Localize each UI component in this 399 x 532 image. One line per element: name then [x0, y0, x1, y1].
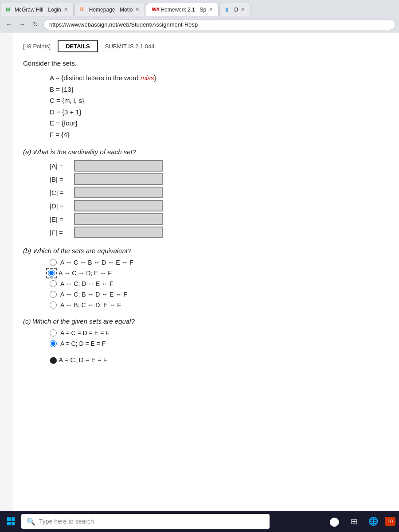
- card-label-F: |F| =: [50, 229, 74, 236]
- points-label: [-/8 Points]: [23, 43, 51, 50]
- taskbar-browser-icon[interactable]: 🌐: [365, 513, 381, 529]
- windows-start-button[interactable]: [4, 514, 19, 529]
- submit-label: SUBMIT IS 2.1.044.: [105, 43, 156, 50]
- tab-label-homework: Homework 2.1 - Sp: [160, 7, 206, 13]
- radio-b2-input[interactable]: [48, 270, 55, 277]
- radio-b3[interactable]: A ↔ C; D ↔ E ↔ F: [50, 280, 388, 287]
- radio-c1-input[interactable]: [50, 329, 57, 336]
- taskbar-right: ⬤ ⊞ 🌐 10: [326, 513, 395, 529]
- card-label-C: |C| =: [50, 189, 74, 196]
- set-A: A = {distinct letters in the word miss}: [50, 72, 388, 84]
- taskbar-windows-circle[interactable]: ⬤: [326, 513, 342, 529]
- tab-close-mcgraw[interactable]: ✕: [64, 7, 68, 12]
- main-content: [-/8 Points] DETAILS SUBMIT IS 2.1.044. …: [12, 33, 399, 511]
- part-b-question: (b) Which of the sets are equivalent?: [23, 247, 388, 254]
- set-F: F = {4}: [50, 129, 388, 141]
- tab-close-homepage[interactable]: ✕: [135, 7, 139, 12]
- tab-label-b: D: [234, 7, 238, 13]
- card-label-E: |E| =: [50, 215, 74, 223]
- card-row-A: |A| =: [50, 160, 388, 172]
- taskbar-notification-badge[interactable]: 10: [385, 517, 395, 526]
- tab-favicon-homework: WA: [152, 7, 158, 13]
- set-B: B = {13}: [50, 84, 388, 95]
- tab-b[interactable]: b D ✕: [219, 3, 250, 16]
- card-label-A: |A| =: [50, 162, 74, 170]
- radio-b3-label: A ↔ C; D ↔ E ↔ F: [60, 280, 113, 287]
- taskbar-search-placeholder: Type here to search: [39, 518, 94, 525]
- tab-bar: M McGraw Hill - Login ✕ B Homepage - Mot…: [0, 0, 399, 16]
- address-bar[interactable]: https://www.webassign.net/web/Student/As…: [43, 19, 395, 30]
- radio-b1-label: A ↔ C ↔ B ↔ D ↔ E ↔ F: [60, 259, 133, 266]
- tab-favicon-b: b: [225, 7, 231, 13]
- radio-b4-label: A ↔ C; B ↔ D ↔ E ↔ F: [60, 291, 127, 298]
- tab-favicon-homepage: B: [80, 7, 86, 13]
- details-button[interactable]: DETAILS: [58, 40, 98, 52]
- browser-chrome: M McGraw Hill - Login ✕ B Homepage - Mot…: [0, 0, 399, 33]
- search-icon: 🔍: [27, 517, 35, 526]
- sets-list: A = {distinct letters in the word miss} …: [50, 72, 388, 140]
- card-input-A[interactable]: [74, 160, 163, 172]
- radio-c1[interactable]: A = C = D = E = F: [50, 329, 388, 336]
- part-b-options: A ↔ C ↔ B ↔ D ↔ E ↔ F A ↔ C ↔ D; E ↔ F A…: [23, 259, 388, 309]
- radio-b4[interactable]: A ↔ C; B ↔ D ↔ E ↔ F: [50, 291, 388, 298]
- card-input-C[interactable]: [74, 187, 163, 198]
- part-a-question: (a) What is the cardinality of each set?: [23, 148, 388, 156]
- radio-b1[interactable]: A ↔ C ↔ B ↔ D ↔ E ↔ F: [50, 259, 388, 266]
- taskbar: 🔍 Type here to search ⬤ ⊞ 🌐 10: [0, 511, 399, 532]
- tab-label-mcgraw: McGraw Hill - Login: [15, 7, 61, 13]
- radio-b3-input[interactable]: [50, 280, 57, 287]
- radio-b2-label: A ↔ C ↔ D; E ↔ F: [59, 270, 112, 277]
- consider-text: Consider the sets.: [23, 59, 388, 67]
- card-row-B: |B| =: [50, 173, 388, 185]
- tab-close-homework[interactable]: ✕: [209, 7, 213, 12]
- tab-homework[interactable]: WA Homework 2.1 - Sp ✕: [146, 3, 219, 16]
- set-E: E = {four}: [50, 117, 388, 129]
- card-row-E: |E| =: [50, 213, 388, 225]
- card-row-D: |D| =: [50, 200, 388, 211]
- radio-c2[interactable]: A = C; D = E = F: [50, 340, 388, 347]
- page-content: [-/8 Points] DETAILS SUBMIT IS 2.1.044. …: [0, 33, 399, 511]
- cutoff-text: ⬤ A = C; D = E = F: [50, 356, 107, 364]
- radio-b5-input[interactable]: [50, 301, 57, 309]
- card-input-E[interactable]: [74, 213, 163, 225]
- notification-count: 10: [387, 519, 393, 524]
- set-D: D = {3 + 1}: [50, 106, 388, 118]
- back-button[interactable]: ←: [4, 19, 14, 30]
- taskbar-search-box[interactable]: 🔍 Type here to search: [21, 514, 270, 529]
- forward-button[interactable]: →: [17, 19, 27, 30]
- radio-c2-label: A = C; D = E = F: [60, 340, 106, 347]
- radio-b5-label: A ↔ B; C ↔ D; E ↔ F: [60, 301, 121, 309]
- radio-b1-input[interactable]: [50, 259, 57, 266]
- part-c-options: A = C = D = E = F A = C; D = E = F: [23, 329, 388, 347]
- card-input-F[interactable]: [74, 227, 163, 238]
- radio-c2-input[interactable]: [50, 340, 57, 347]
- top-nav: [-/8 Points] DETAILS SUBMIT IS 2.1.044.: [23, 40, 388, 52]
- card-row-F: |F| =: [50, 227, 388, 238]
- tab-favicon-mcgraw: M: [6, 7, 12, 13]
- cardinality-table: |A| = |B| = |C| = |D| = |E| = |F| =: [50, 160, 388, 238]
- taskbar-grid-icon[interactable]: ⊞: [346, 513, 362, 529]
- radio-c1-label: A = C = D = E = F: [60, 329, 110, 336]
- card-input-B[interactable]: [74, 173, 163, 185]
- set-A-italic: miss: [141, 74, 154, 82]
- card-row-C: |C| =: [50, 187, 388, 198]
- windows-logo: [7, 517, 15, 525]
- cutoff-row: ⬤ A = C; D = E = F: [50, 356, 388, 364]
- radio-b5[interactable]: A ↔ B; C ↔ D; E ↔ F: [50, 301, 388, 309]
- radio-b2[interactable]: A ↔ C ↔ D; E ↔ F: [48, 270, 388, 277]
- left-sidebar: [0, 33, 12, 511]
- tab-close-b[interactable]: ✕: [241, 7, 245, 12]
- card-label-B: |B| =: [50, 176, 74, 183]
- address-bar-row: ← → ↻ https://www.webassign.net/web/Stud…: [0, 16, 399, 33]
- radio-b4-input[interactable]: [50, 291, 57, 298]
- tab-mcgraw[interactable]: M McGraw Hill - Login ✕: [0, 3, 74, 16]
- part-c-question: (c) Which of the given sets are equal?: [23, 317, 388, 325]
- refresh-button[interactable]: ↻: [30, 19, 41, 30]
- set-C: C = {m, i, s}: [50, 95, 388, 106]
- tab-label-homepage: Homepage - Motlo: [89, 7, 133, 13]
- card-label-D: |D| =: [50, 202, 74, 210]
- card-input-D[interactable]: [74, 200, 163, 211]
- tab-homepage[interactable]: B Homepage - Motlo ✕: [74, 3, 145, 16]
